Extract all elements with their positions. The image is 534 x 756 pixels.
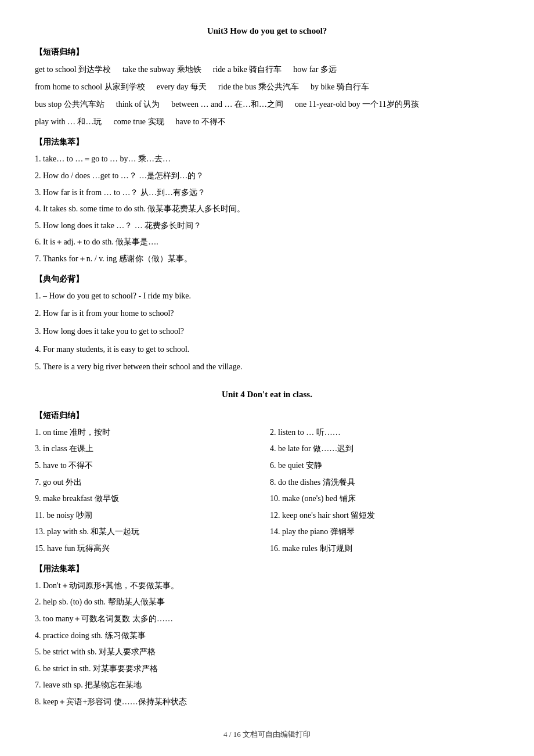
vocab-item: how far 多远 <box>293 62 337 78</box>
vocab-item: one 11-year-old boy 一个11岁的男孩 <box>295 96 419 113</box>
vocab-item: by bike 骑自行车 <box>311 79 369 95</box>
vocab-left: 15. have fun 玩得高兴 <box>35 541 264 557</box>
usage-item: 5. How long does it take …？ … 花费多长时间？ <box>35 218 499 234</box>
usage-item: 4. It takes sb. some time to do sth. 做某事… <box>35 201 499 217</box>
vocab-left: 13. play with sb. 和某人一起玩 <box>35 524 264 540</box>
vocab-left: 7. go out 外出 <box>35 475 264 491</box>
unit3-usage-list: 1. take… to …＝go to … by… 乘…去… 2. How do… <box>35 152 499 267</box>
unit3-sentence-list: 1. – How do you get to school? - I ride … <box>35 289 499 375</box>
usage-item: 7. leave sth sp. 把某物忘在某地 <box>35 678 499 693</box>
vocab-item: bus stop 公共汽车站 <box>35 96 104 113</box>
vocab-pair: 1. on time 准时，按时 2. listen to … 听…… <box>35 425 499 441</box>
vocab-row-4: play with … 和…玩 come true 实现 have to 不得不 <box>35 114 499 130</box>
usage-item: 8. keep＋宾语+形容词 使……保持某种状态 <box>35 694 499 710</box>
usage-item: 2. help sb. (to) do sth. 帮助某人做某事 <box>35 595 499 610</box>
vocab-pair: 15. have fun 玩得高兴 16. make rules 制订规则 <box>35 541 499 557</box>
vocab-right: 14. play the piano 弹钢琴 <box>270 524 499 540</box>
sentence-item: 2. How far is it from your home to schoo… <box>35 306 499 322</box>
unit3-classic-header: 【典句必背】 <box>35 272 499 286</box>
usage-item: 3. too many＋可数名词复数 太多的…… <box>35 611 499 627</box>
vocab-item: every day 每天 <box>157 79 207 95</box>
vocab-item: get to school 到达学校 <box>35 62 111 78</box>
unit3-usage-header: 【用法集萃】 <box>35 135 499 149</box>
vocab-right: 6. be quiet 安静 <box>270 458 499 474</box>
vocab-pair: 5. have to 不得不 6. be quiet 安静 <box>35 458 499 474</box>
usage-item: 6. It is＋adj.＋to do sth. 做某事是…. <box>35 235 499 250</box>
vocab-row-2: from home to school 从家到学校 every day 每天 r… <box>35 79 499 95</box>
vocab-left: 9. make breakfast 做早饭 <box>35 491 264 507</box>
vocab-item: ride a bike 骑自行车 <box>213 62 282 78</box>
usage-item: 1. take… to …＝go to … by… 乘…去… <box>35 152 499 167</box>
vocab-pair: 7. go out 外出 8. do the dishes 清洗餐具 <box>35 475 499 491</box>
vocab-left: 5. have to 不得不 <box>35 458 264 474</box>
page-footer: 4 / 16 文档可自由编辑打印 <box>35 728 499 741</box>
usage-item: 5. be strict with sb. 对某人要求严格 <box>35 645 499 660</box>
vocab-item: between … and … 在…和…之间 <box>171 96 283 113</box>
unit3-vocab-block: get to school 到达学校 take the subway 乘地铁 r… <box>35 62 499 130</box>
unit4-usage-list: 1. Don't＋动词原形+其他，不要做某事。 2. help sb. (to)… <box>35 578 499 710</box>
vocab-item: ride the bus 乘公共汽车 <box>218 79 299 95</box>
usage-item: 2. How do / does …get to …？ …是怎样到…的？ <box>35 168 499 184</box>
usage-item: 7. Thanks for＋n. / v. ing 感谢你（做）某事。 <box>35 251 499 267</box>
vocab-pair: 11. be noisy 吵闹 12. keep one's hair shor… <box>35 508 499 524</box>
unit3-title: Unit3 How do you get to school? <box>35 23 499 39</box>
usage-item: 3. How far is it from … to …？ 从…到…有多远？ <box>35 185 499 201</box>
usage-item: 4. practice doing sth. 练习做某事 <box>35 628 499 644</box>
unit4-vocab-header: 【短语归纳】 <box>35 408 499 423</box>
unit4-title: Unit 4 Don't eat in class. <box>35 387 499 402</box>
sentence-item: 1. – How do you get to school? - I ride … <box>35 289 499 304</box>
unit3-vocab-header: 【短语归纳】 <box>35 45 499 59</box>
vocab-right: 4. be late for 做……迟到 <box>270 441 499 457</box>
vocab-right: 16. make rules 制订规则 <box>270 541 499 557</box>
unit4-vocab-block: 1. on time 准时，按时 2. listen to … 听…… 3. i… <box>35 425 499 557</box>
vocab-item: come true 实现 <box>114 114 164 130</box>
vocab-pair: 13. play with sb. 和某人一起玩 14. play the pi… <box>35 524 499 540</box>
usage-item: 6. be strict in sth. 对某事要要求严格 <box>35 661 499 677</box>
sentence-item: 5. There is a very big river between the… <box>35 359 499 375</box>
vocab-right: 10. make (one's) bed 铺床 <box>270 491 499 507</box>
vocab-right: 2. listen to … 听…… <box>270 425 499 441</box>
vocab-left: 11. be noisy 吵闹 <box>35 508 264 524</box>
vocab-right: 12. keep one's hair short 留短发 <box>270 508 499 524</box>
sentence-item: 3. How long does it take you to get to s… <box>35 324 499 340</box>
vocab-item: think of 认为 <box>116 96 160 113</box>
usage-item: 1. Don't＋动词原形+其他，不要做某事。 <box>35 578 499 594</box>
vocab-pair: 3. in class 在课上 4. be late for 做……迟到 <box>35 441 499 457</box>
vocab-row-3: bus stop 公共汽车站 think of 认为 between … and… <box>35 96 499 113</box>
vocab-left: 1. on time 准时，按时 <box>35 425 264 441</box>
vocab-left: 3. in class 在课上 <box>35 441 264 457</box>
vocab-row-1: get to school 到达学校 take the subway 乘地铁 r… <box>35 62 499 78</box>
vocab-item: take the subway 乘地铁 <box>122 62 201 78</box>
vocab-right: 8. do the dishes 清洗餐具 <box>270 475 499 491</box>
vocab-item: from home to school 从家到学校 <box>35 79 145 95</box>
vocab-item: have to 不得不 <box>176 114 226 130</box>
vocab-pair: 9. make breakfast 做早饭 10. make (one's) b… <box>35 491 499 507</box>
unit4-usage-header: 【用法集萃】 <box>35 561 499 576</box>
sentence-item: 4. For many students, it is easy to get … <box>35 342 499 358</box>
vocab-item: play with … 和…玩 <box>35 114 102 130</box>
